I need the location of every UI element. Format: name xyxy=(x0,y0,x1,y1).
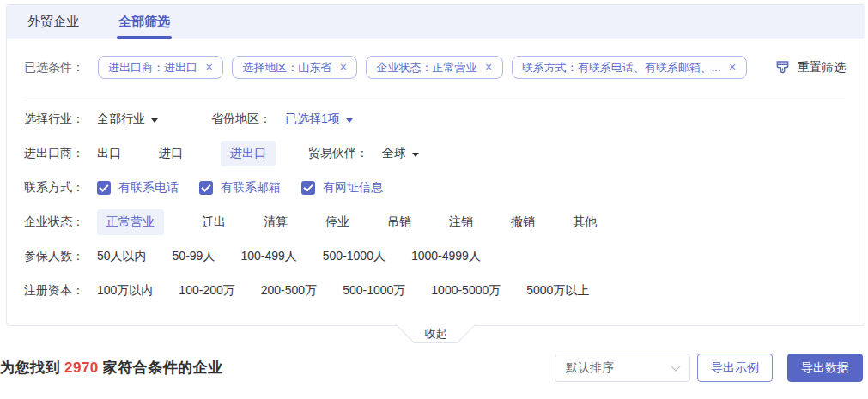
contact-label: 联系方式： xyxy=(24,180,97,196)
tab-foreign-trade-enterprise[interactable]: 外贸企业 xyxy=(27,5,79,39)
tag-close-icon[interactable]: ✕ xyxy=(205,62,213,73)
contact-option-label: 有网址信息 xyxy=(323,180,383,196)
status-row: 企业状态： 正常营业 迁出 清算 停业 吊销 注销 撤销 其他 xyxy=(7,205,865,239)
result-suffix: 家符合条件的企业 xyxy=(103,360,223,376)
province-dropdown[interactable]: 已选择1项 xyxy=(285,112,353,127)
filter-rows: 选择行业： 全部行业 省份地区： 已选择1项 进出口商： 出口 进口 进出口 贸… xyxy=(7,100,865,325)
reset-filters-label: 重置筛选 xyxy=(798,60,846,76)
insured-option-500-1000[interactable]: 500-1000人 xyxy=(323,249,385,264)
selected-tag-status[interactable]: 企业状态：正常营业 ✕ xyxy=(366,56,502,79)
sort-select[interactable]: 默认排序 xyxy=(555,354,690,382)
status-option-liquidation[interactable]: 清算 xyxy=(264,215,288,230)
sort-select-value: 默认排序 xyxy=(566,360,614,376)
contact-option-label: 有联系邮箱 xyxy=(221,180,281,196)
tag-label: 联系方式：有联系电话、有联系邮箱、... xyxy=(522,60,721,76)
insured-option-100-499[interactable]: 100-499人 xyxy=(240,249,296,264)
capital-option-100-200w[interactable]: 100-200万 xyxy=(179,283,234,299)
contact-row: 联系方式： 有联系电话 有联系邮箱 有网址信息 xyxy=(7,171,865,205)
selected-conditions-row: 已选条件： 进出口商：进出口 ✕ 选择地区：山东省 ✕ 企业状态：正常营业 ✕ … xyxy=(7,39,865,100)
checkbox-checked-icon[interactable] xyxy=(97,181,111,195)
tag-label: 企业状态：正常营业 xyxy=(376,60,476,76)
insured-row: 参保人数： 50人以内 50-99人 100-499人 500-1000人 10… xyxy=(7,239,865,274)
contact-option-website[interactable]: 有网址信息 xyxy=(301,180,383,196)
status-option-deregistered[interactable]: 注销 xyxy=(449,215,473,230)
trader-label: 进出口商： xyxy=(24,146,97,161)
tab-bar: 外贸企业 全部筛选 xyxy=(7,5,865,39)
caret-down-icon xyxy=(412,153,419,157)
status-option-normal[interactable]: 正常营业 xyxy=(97,209,164,235)
brush-icon xyxy=(775,60,790,75)
result-count: 2970 xyxy=(64,360,99,376)
contact-option-label: 有联系电话 xyxy=(118,180,179,196)
industry-value: 全部行业 xyxy=(97,112,145,127)
checkbox-checked-icon[interactable] xyxy=(199,181,213,195)
result-summary: 为您找到2970家符合条件的企业 xyxy=(0,358,223,378)
selected-tag-contact[interactable]: 联系方式：有联系电话、有联系邮箱、... ✕ xyxy=(512,56,747,79)
insured-option-1000-4999[interactable]: 1000-4999人 xyxy=(411,249,481,264)
tab-all-filters[interactable]: 全部筛选 xyxy=(118,5,170,39)
partner-value: 全球 xyxy=(382,146,406,161)
collapse-label: 收起 xyxy=(397,324,476,342)
partner-label: 贸易伙伴： xyxy=(308,146,368,161)
export-data-button[interactable]: 导出数据 xyxy=(787,354,863,382)
filter-panel: 外贸企业 全部筛选 已选条件： 进出口商：进出口 ✕ 选择地区：山东省 ✕ 企业… xyxy=(6,4,865,326)
chevron-down-icon xyxy=(671,361,680,371)
trader-option-import-export[interactable]: 进出口 xyxy=(221,141,276,166)
tag-close-icon[interactable]: ✕ xyxy=(729,62,737,73)
tag-label: 进出口商：进出口 xyxy=(108,60,197,76)
tag-close-icon[interactable]: ✕ xyxy=(339,62,347,73)
capital-option-under-100w[interactable]: 100万以内 xyxy=(97,283,153,299)
status-option-revoked[interactable]: 吊销 xyxy=(387,215,411,230)
province-label: 省份地区： xyxy=(211,112,271,127)
capital-option-1000-5000w[interactable]: 1000-5000万 xyxy=(431,283,501,299)
industry-dropdown[interactable]: 全部行业 xyxy=(97,112,158,127)
caret-down-icon xyxy=(346,118,353,123)
result-prefix: 为您找到 xyxy=(0,360,60,376)
status-label: 企业状态： xyxy=(24,215,97,230)
tag-label: 选择地区：山东省 xyxy=(242,60,331,76)
insured-option-50-99[interactable]: 50-99人 xyxy=(173,249,215,264)
trader-row: 进出口商： 出口 进口 进出口 贸易伙伴： 全球 xyxy=(7,136,865,171)
industry-label: 选择行业： xyxy=(24,112,97,127)
insured-option-under-50[interactable]: 50人以内 xyxy=(97,249,147,264)
selected-tag-region[interactable]: 选择地区：山东省 ✕ xyxy=(232,56,357,79)
selected-conditions-label: 已选条件： xyxy=(24,60,98,76)
insured-label: 参保人数： xyxy=(24,249,97,264)
reset-filters-button[interactable]: 重置筛选 xyxy=(775,60,846,76)
collapse-button[interactable]: 收起 xyxy=(396,324,476,343)
capital-option-500-1000w[interactable]: 500-1000万 xyxy=(343,283,405,299)
tag-close-icon[interactable]: ✕ xyxy=(484,62,492,73)
capital-label: 注册资本： xyxy=(24,283,97,299)
capital-option-200-500w[interactable]: 200-500万 xyxy=(261,283,317,299)
checkbox-checked-icon[interactable] xyxy=(301,181,315,195)
caret-down-icon xyxy=(151,118,158,123)
status-option-withdrawn[interactable]: 撤销 xyxy=(511,215,535,230)
contact-option-phone[interactable]: 有联系电话 xyxy=(97,180,179,196)
trader-option-import[interactable]: 进口 xyxy=(159,146,183,161)
status-option-moved-out[interactable]: 迁出 xyxy=(202,215,226,230)
status-option-suspended[interactable]: 停业 xyxy=(325,215,349,230)
capital-option-over-5000w[interactable]: 5000万以上 xyxy=(526,283,589,299)
result-bar: 为您找到2970家符合条件的企业 默认排序 导出示例 导出数据 xyxy=(0,354,868,382)
industry-row: 选择行业： 全部行业 省份地区： 已选择1项 xyxy=(7,102,865,136)
selected-tags: 进出口商：进出口 ✕ 选择地区：山东省 ✕ 企业状态：正常营业 ✕ 联系方式：有… xyxy=(98,56,747,79)
contact-option-email[interactable]: 有联系邮箱 xyxy=(199,180,281,196)
province-value: 已选择1项 xyxy=(285,112,340,127)
partner-dropdown[interactable]: 全球 xyxy=(382,146,419,161)
export-sample-button[interactable]: 导出示例 xyxy=(697,354,773,382)
status-option-other[interactable]: 其他 xyxy=(573,215,597,230)
trader-option-export[interactable]: 出口 xyxy=(97,146,121,161)
selected-tag-trader[interactable]: 进出口商：进出口 ✕ xyxy=(98,56,223,79)
capital-row: 注册资本： 100万以内 100-200万 200-500万 500-1000万… xyxy=(7,274,865,308)
